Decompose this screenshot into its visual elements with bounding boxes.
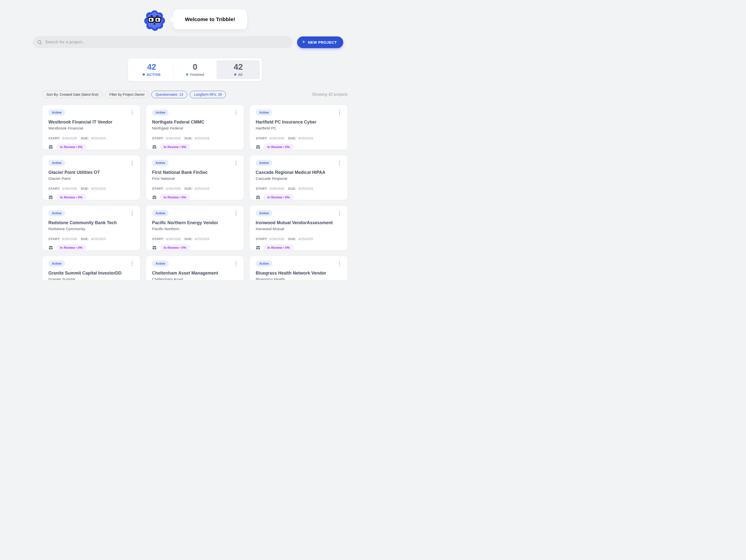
project-title: Glacier Point Utilities OT xyxy=(48,170,134,175)
project-dates: START: 3/26/2026 DUE: 4/25/2025 xyxy=(48,187,134,191)
card-menu-button[interactable] xyxy=(130,160,134,166)
project-card[interactable]: Active Pacific Northern Energy Vendor Pa… xyxy=(146,205,244,251)
project-subtitle: Westbrook Financial xyxy=(48,126,134,131)
project-card[interactable]: Active Cascade Regional Medical HIPAA Ca… xyxy=(250,155,348,200)
start-date: 3/26/2026 xyxy=(62,237,77,241)
project-subtitle: Bluegrass Health xyxy=(256,277,342,280)
progress-badge: In Review • 0% xyxy=(160,194,190,201)
welcome-text: Welcome to Tribble! xyxy=(185,17,235,22)
project-card[interactable]: Active Westbrook Financial IT Vendor Wes… xyxy=(42,105,140,150)
filter-owner-chip[interactable]: Filter by Project Owner xyxy=(105,91,149,98)
progress-badge: In Review • 0% xyxy=(160,244,190,251)
project-title: Pacific Northern Energy Vendor xyxy=(152,220,238,225)
status-badge: Active xyxy=(256,109,272,116)
stat-value: 42 xyxy=(234,63,243,71)
project-card[interactable]: Active Cheltenham Asset Management Chelt… xyxy=(146,256,244,280)
longform-rfx-chip[interactable]: Longform RFx: 29 xyxy=(190,91,226,98)
project-subtitle: Glacier Point xyxy=(48,176,134,181)
showing-count-text: Showing 42 projects xyxy=(312,92,348,97)
project-card[interactable]: Active Granite Summit Capital InvestorDD… xyxy=(42,256,140,280)
status-badge: Active xyxy=(48,109,65,116)
card-menu-button[interactable] xyxy=(234,160,238,166)
due-date: 4/25/2025 xyxy=(298,136,313,140)
progress-badge: In Review • 0% xyxy=(56,194,86,201)
table-icon xyxy=(256,246,260,250)
project-dates: START: 3/26/2026 DUE: 4/25/2025 xyxy=(256,237,342,241)
project-subtitle: Cheltenham Asset xyxy=(152,277,238,280)
status-badge: Active xyxy=(256,260,272,267)
filter-row: Sort By: Created Date (latest first) Fil… xyxy=(42,91,348,98)
due-date: 4/25/2025 xyxy=(195,187,209,191)
stat-label: All xyxy=(238,73,242,77)
project-dates: START: 3/26/2026 DUE: 4/25/2025 xyxy=(48,237,134,241)
progress-badge: In Review • 0% xyxy=(264,244,294,251)
project-card[interactable]: Active Ironwood Mutual VendorAssessment … xyxy=(250,205,348,251)
card-menu-button[interactable] xyxy=(130,260,134,267)
project-subtitle: Granite Summit xyxy=(48,277,134,280)
start-label: START: xyxy=(152,237,165,241)
due-date: 4/25/2025 xyxy=(298,237,313,241)
page: Welcome to Tribble! + NEW PROJECT 42ACTI… xyxy=(42,0,348,280)
start-date: 3/26/2026 xyxy=(166,136,180,140)
start-label: START: xyxy=(48,136,61,140)
project-title: Ironwood Mutual VendorAssessment xyxy=(256,220,342,225)
progress-badge: In Review • 0% xyxy=(160,144,190,150)
card-menu-button[interactable] xyxy=(338,260,342,267)
questionnaire-chip[interactable]: Questionnaire: 13 xyxy=(151,91,187,98)
due-label: DUE: xyxy=(81,136,90,140)
project-dates: START: 3/26/2026 DUE: 4/25/2025 xyxy=(152,237,238,241)
due-date: 4/25/2025 xyxy=(195,136,209,140)
card-menu-button[interactable] xyxy=(234,210,238,217)
stat-label: Finished xyxy=(190,73,204,77)
stat-value: 0 xyxy=(193,63,197,71)
tribble-mascot-logo xyxy=(143,9,166,32)
search-bar[interactable] xyxy=(33,36,293,48)
stat-active[interactable]: 42ACTIVE xyxy=(130,60,173,79)
new-project-button[interactable]: + NEW PROJECT xyxy=(297,36,343,48)
project-card[interactable]: Active Bluegrass Health Network Vendor B… xyxy=(250,256,348,280)
sort-by-chip[interactable]: Sort By: Created Date (latest first) xyxy=(42,91,103,98)
card-menu-button[interactable] xyxy=(130,109,134,116)
due-date: 4/25/2025 xyxy=(195,237,209,241)
stat-finished[interactable]: 0Finished xyxy=(173,60,217,79)
project-title: Redstone Community Bank Tech xyxy=(48,220,134,225)
search-input[interactable] xyxy=(45,40,289,45)
new-project-label: NEW PROJECT xyxy=(308,40,337,45)
card-menu-button[interactable] xyxy=(338,210,342,217)
search-row: + NEW PROJECT xyxy=(17,33,358,48)
start-date: 3/26/2026 xyxy=(269,187,284,191)
due-label: DUE: xyxy=(184,136,194,140)
card-menu-button[interactable] xyxy=(338,160,342,166)
project-card[interactable]: Active Glacier Point Utilities OT Glacie… xyxy=(42,155,140,200)
card-menu-button[interactable] xyxy=(130,210,134,217)
project-card[interactable]: Active Northgate Federal CMMC Northgate … xyxy=(146,105,244,150)
table-icon xyxy=(152,246,157,250)
project-card[interactable]: Active Hartfield PC Insurance Cyber Hart… xyxy=(250,105,348,150)
project-subtitle: Pacific Northern xyxy=(152,227,238,231)
card-menu-button[interactable] xyxy=(338,109,342,116)
hero-header: Welcome to Tribble! xyxy=(42,0,348,33)
project-title: First National Bank FinSec xyxy=(152,170,238,175)
start-date: 3/26/2026 xyxy=(62,187,77,191)
stat-all[interactable]: 42All xyxy=(217,60,260,79)
project-dates: START: 3/26/2026 DUE: 4/25/2025 xyxy=(256,187,342,191)
table-icon xyxy=(256,195,260,200)
project-card[interactable]: Active First National Bank FinSec First … xyxy=(146,155,244,200)
card-menu-button[interactable] xyxy=(234,109,238,116)
project-title: Cascade Regional Medical HIPAA xyxy=(256,170,342,175)
status-badge: Active xyxy=(256,210,272,216)
stat-dot-icon xyxy=(186,74,188,76)
start-date: 3/26/2026 xyxy=(62,136,77,140)
project-subtitle: Cascade Regional xyxy=(256,176,342,181)
project-subtitle: Hartfield PC xyxy=(256,126,342,131)
due-date: 4/25/2025 xyxy=(91,187,106,191)
project-title: Northgate Federal CMMC xyxy=(152,119,238,125)
project-subtitle: Redstone Community xyxy=(48,227,134,231)
card-menu-button[interactable] xyxy=(234,260,238,267)
project-dates: START: 3/26/2026 DUE: 4/25/2025 xyxy=(48,136,134,140)
project-card[interactable]: Active Redstone Community Bank Tech Reds… xyxy=(42,205,140,251)
project-subtitle: Northgate Federal xyxy=(152,126,238,131)
project-title: Westbrook Financial IT Vendor xyxy=(48,119,134,125)
stat-dot-icon xyxy=(143,74,145,76)
due-label: DUE: xyxy=(288,237,297,241)
